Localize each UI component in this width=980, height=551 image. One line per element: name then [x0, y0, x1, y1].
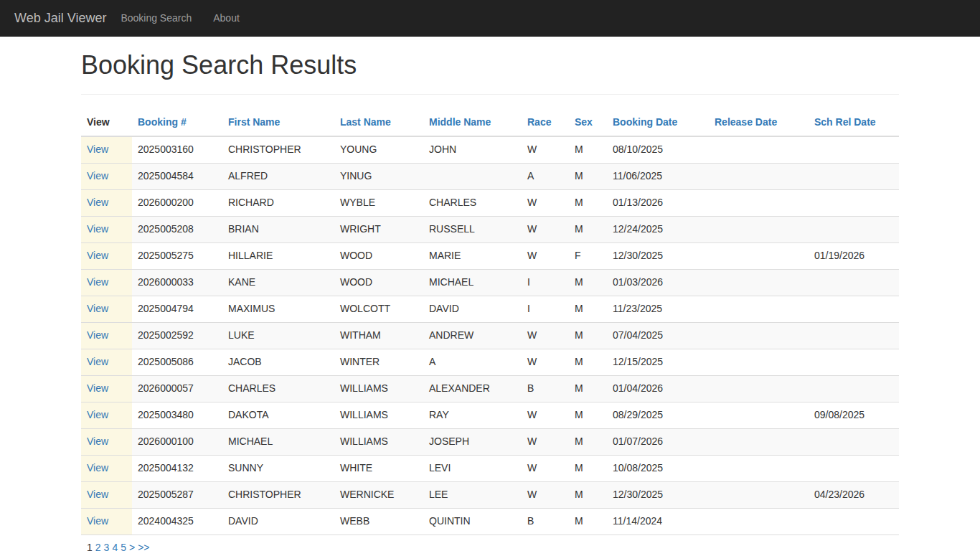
nav-item-about[interactable]: About [202, 0, 250, 36]
cell-booking-date: 12/24/2025 [607, 216, 709, 242]
table-row: View2026000100MICHAELWILLIAMSJOSEPHWM01/… [81, 428, 899, 455]
column-header-release-date: Release Date [709, 110, 809, 136]
pager-page-5[interactable]: 5 [121, 542, 126, 551]
sort-link-last-name[interactable]: Last Name [340, 116, 391, 128]
table-row: View2025005208BRIANWRIGHTRUSSELLWM12/24/… [81, 216, 899, 242]
cell-booking-number: 2026000200 [132, 189, 222, 216]
page-title: Booking Search Results [81, 51, 899, 80]
pager-page-3[interactable]: 3 [104, 542, 110, 551]
column-header-first-name: First Name [222, 110, 334, 136]
view-link[interactable]: View [87, 143, 108, 155]
cell-booking-date: 12/30/2025 [607, 242, 709, 269]
cell-first-name: CHARLES [222, 375, 334, 402]
pager-page-2[interactable]: 2 [95, 542, 101, 551]
table-row: View2025004132SUNNYWHITELEVIWM10/08/2025 [81, 455, 899, 481]
cell-booking-number: 2025005086 [132, 349, 222, 375]
view-link[interactable]: View [87, 409, 108, 420]
cell-sex: M [569, 481, 607, 508]
table-row: View2024004325DAVIDWEBBQUINTINBM11/14/20… [81, 508, 899, 534]
view-link[interactable]: View [87, 197, 108, 208]
cell-first-name: KANE [222, 269, 334, 296]
cell-middle-name: QUINTIN [423, 508, 522, 534]
sort-link-booking-date[interactable]: Booking Date [613, 116, 677, 128]
cell-first-name: HILLARIE [222, 242, 334, 269]
table-row: View2025004584ALFREDYINUGAM11/06/2025 [81, 163, 899, 189]
pager-page-4[interactable]: 4 [112, 542, 118, 551]
cell-booking-number: 2025005275 [132, 242, 222, 269]
cell-sex: M [569, 349, 607, 375]
cell-sex: M [569, 163, 607, 189]
view-link[interactable]: View [87, 489, 108, 500]
view-link[interactable]: View [87, 223, 108, 235]
cell-release-date [709, 402, 809, 428]
navbar-brand[interactable]: Web Jail Viewer [14, 0, 106, 36]
view-link[interactable]: View [87, 462, 108, 474]
view-link[interactable]: View [87, 276, 108, 288]
sort-link-release-date[interactable]: Release Date [715, 116, 777, 128]
cell-release-date [709, 349, 809, 375]
view-link[interactable]: View [87, 356, 108, 367]
cell-sex: M [569, 322, 607, 349]
view-link[interactable]: View [87, 382, 108, 394]
sort-link-booking-number[interactable]: Booking # [138, 116, 187, 128]
sort-link-first-name[interactable]: First Name [228, 116, 280, 128]
cell-middle-name: RUSSELL [423, 216, 522, 242]
cell-first-name: DAVID [222, 508, 334, 534]
view-link[interactable]: View [87, 515, 108, 527]
cell-race: B [522, 508, 569, 534]
column-header-booking-date: Booking Date [607, 110, 709, 136]
cell-first-name: CHRISTOPHER [222, 136, 334, 163]
cell-booking-number: 2025003480 [132, 402, 222, 428]
view-cell: View [81, 481, 132, 508]
cell-sch-rel-date [809, 455, 899, 481]
table-row: View2026000033KANEWOODMICHAELIM01/03/202… [81, 269, 899, 296]
navbar-menu: Booking Search About [110, 0, 250, 36]
sort-link-race[interactable]: Race [527, 116, 551, 128]
sort-link-sex[interactable]: Sex [575, 116, 593, 128]
nav-item-booking-search[interactable]: Booking Search [110, 0, 202, 36]
cell-middle-name: LEE [423, 481, 522, 508]
cell-release-date [709, 455, 809, 481]
view-cell: View [81, 428, 132, 455]
view-link[interactable]: View [87, 250, 108, 261]
cell-first-name: MICHAEL [222, 428, 334, 455]
cell-middle-name: ALEXANDER [423, 375, 522, 402]
view-link[interactable]: View [87, 303, 108, 314]
cell-last-name: WINTER [334, 349, 423, 375]
cell-release-date [709, 242, 809, 269]
main-container: Booking Search Results View Booking #Fir… [70, 51, 910, 551]
column-header-sex: Sex [569, 110, 607, 136]
view-cell: View [81, 269, 132, 296]
cell-booking-number: 2026000100 [132, 428, 222, 455]
cell-booking-number: 2024004325 [132, 508, 222, 534]
cell-booking-number: 2025004794 [132, 296, 222, 322]
view-cell: View [81, 296, 132, 322]
sort-link-sch-rel-date[interactable]: Sch Rel Date [814, 116, 876, 128]
view-link[interactable]: View [87, 435, 108, 447]
cell-middle-name: JOSEPH [423, 428, 522, 455]
column-header-race: Race [522, 110, 569, 136]
view-link[interactable]: View [87, 170, 108, 182]
pager-next[interactable]: > [129, 542, 135, 551]
cell-middle-name: A [423, 349, 522, 375]
cell-sch-rel-date [809, 216, 899, 242]
sort-link-middle-name[interactable]: Middle Name [429, 116, 491, 128]
cell-race: W [522, 455, 569, 481]
page-header: Booking Search Results [81, 51, 899, 95]
view-link[interactable]: View [87, 329, 108, 341]
cell-first-name: BRIAN [222, 216, 334, 242]
column-header-sch-rel-date: Sch Rel Date [809, 110, 899, 136]
view-cell: View [81, 508, 132, 534]
cell-release-date [709, 189, 809, 216]
cell-release-date [709, 269, 809, 296]
cell-last-name: WOLCOTT [334, 296, 423, 322]
cell-middle-name: RAY [423, 402, 522, 428]
cell-booking-date: 08/10/2025 [607, 136, 709, 163]
pager-last[interactable]: >> [138, 542, 149, 551]
cell-sex: M [569, 296, 607, 322]
view-cell: View [81, 349, 132, 375]
cell-sch-rel-date: 01/19/2026 [809, 242, 899, 269]
cell-booking-number: 2025003160 [132, 136, 222, 163]
cell-sch-rel-date [809, 322, 899, 349]
cell-sex: M [569, 402, 607, 428]
